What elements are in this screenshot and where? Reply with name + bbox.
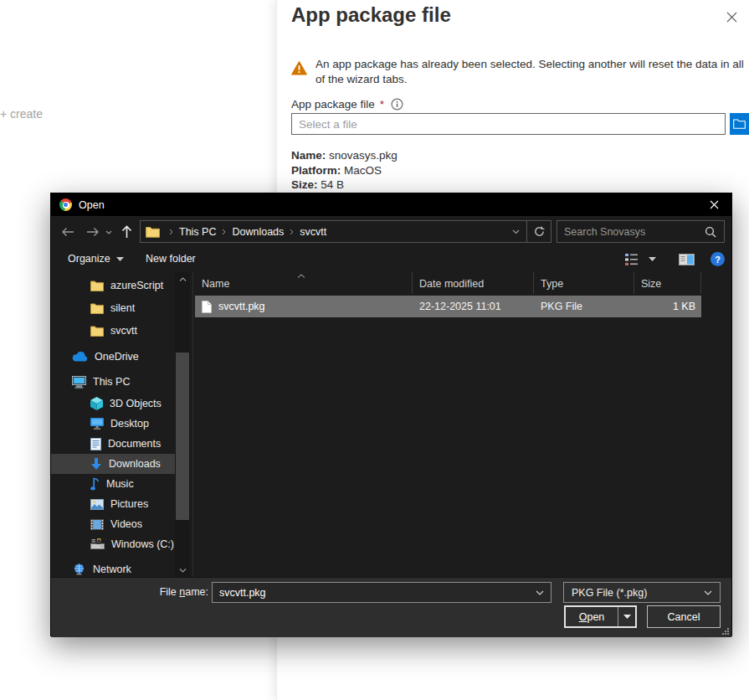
breadcrumb-downloads[interactable]: Downloads [232, 226, 284, 238]
sidebar-item-silent[interactable]: silent [51, 298, 175, 318]
browse-file-button[interactable] [730, 113, 749, 135]
views-icon [625, 254, 639, 265]
3d-objects-icon [90, 397, 103, 410]
dialog-footer: File name: PKG File (*.pkg) Open Cancel [51, 577, 731, 637]
open-dropdown-button[interactable] [618, 607, 635, 626]
detail-name: Name: snovasys.pkg [291, 148, 398, 163]
column-header-name[interactable]: Name [195, 272, 413, 294]
sidebar-item-videos[interactable]: Videos [51, 514, 175, 534]
sidebar-item-label: Desktop [110, 418, 149, 430]
sidebar-item-music[interactable]: Music [51, 474, 175, 494]
dialog-close-button[interactable] [696, 193, 731, 216]
help-button[interactable]: ? [711, 252, 725, 266]
arrow-left-icon [61, 227, 74, 237]
dialog-toolbar: Organize New folder ? [51, 247, 731, 272]
file-name-label-pre: File [160, 586, 180, 598]
file-name-label: File name: [131, 586, 208, 598]
file-type-cell: PKG File [534, 301, 634, 312]
preview-pane-button[interactable] [679, 254, 695, 265]
sidebar-item-azurescript[interactable]: azureScript [51, 275, 175, 296]
sidebar-item-downloads[interactable]: Downloads [51, 454, 175, 474]
resize-grip[interactable] [721, 627, 729, 635]
sidebar-item-svcvtt[interactable]: svcvtt [51, 321, 175, 341]
new-folder-button[interactable]: New folder [146, 253, 196, 265]
sidebar-tree: azureScript silent svcvtt OneDrive This … [51, 272, 192, 577]
sidebar-item-desktop[interactable]: Desktop [51, 414, 175, 434]
sidebar-item-documents[interactable]: Documents [51, 434, 175, 454]
up-button[interactable] [116, 223, 136, 241]
page-title: App package file [291, 3, 451, 27]
dialog-navbar: This PC Downloads svcvtt [51, 216, 731, 247]
package-details: Name: snovasys.pkg Platform: MacOS Size:… [291, 148, 398, 193]
chevron-down-icon [116, 257, 124, 261]
open-button[interactable]: Open [564, 605, 637, 628]
detail-name-value: snovasys.pkg [329, 149, 398, 162]
create-link[interactable]: + create [0, 107, 43, 121]
dialog-title: Open [79, 199, 105, 211]
column-header-type[interactable]: Type [534, 272, 634, 294]
sidebar-item-windows-c[interactable]: Windows (C:) [51, 534, 175, 554]
warning-icon [291, 59, 307, 77]
views-dropdown-button[interactable] [649, 257, 656, 261]
sidebar-item-this-pc[interactable]: This PC [51, 372, 175, 392]
detail-platform: Platform: MacOS [291, 163, 398, 178]
detail-platform-label: Platform: [291, 164, 341, 177]
sidebar-scrollbar[interactable] [175, 272, 190, 577]
forward-button[interactable] [83, 223, 103, 241]
refresh-button[interactable] [526, 220, 551, 243]
back-button[interactable] [58, 223, 78, 241]
file-name-label-post: ame: [185, 586, 208, 598]
info-icon[interactable] [391, 98, 403, 111]
file-list-header: Name Date modified Type Size [195, 272, 733, 294]
breadcrumb-svcvtt[interactable]: svcvtt [300, 226, 326, 238]
scroll-up-button[interactable] [175, 272, 190, 286]
sidebar-item-pictures[interactable]: Pictures [51, 494, 175, 514]
drive-icon [90, 538, 105, 550]
recent-locations-button[interactable] [103, 223, 115, 241]
search-input[interactable] [557, 226, 705, 238]
file-name-text: svcvtt.pkg [218, 301, 265, 312]
dialog-titlebar[interactable]: Open [51, 193, 731, 216]
sidebar-item-3d-objects[interactable]: 3D Objects [51, 394, 175, 414]
open-file-dialog: Open This PC Downloads svcvtt [50, 193, 732, 636]
app-package-file-input[interactable] [291, 113, 726, 135]
breadcrumb-this-pc[interactable]: This PC [179, 226, 216, 238]
address-bar[interactable]: This PC Downloads svcvtt [140, 220, 527, 243]
file-name-input[interactable] [213, 587, 536, 599]
file-row-svcvtt-pkg[interactable]: svcvtt.pkg 22-12-2025 11:01 PKG File 1 K… [195, 296, 701, 317]
scroll-down-button[interactable] [175, 564, 190, 577]
folder-icon [90, 303, 104, 314]
column-header-size[interactable]: Size [634, 272, 701, 294]
search-icon[interactable] [705, 226, 716, 238]
column-header-date-modified[interactable]: Date modified [413, 272, 534, 294]
sidebar-item-label: Windows (C:) [111, 538, 174, 550]
chevron-down-icon [649, 257, 656, 261]
preview-pane-icon [679, 254, 695, 265]
detail-size: Size: 54 B [291, 178, 398, 193]
chevron-right-icon [222, 229, 226, 235]
file-type-select[interactable]: PKG File (*.pkg) [563, 582, 721, 603]
organize-button[interactable]: Organize [68, 253, 124, 265]
help-icon: ? [711, 252, 725, 266]
arrow-right-icon [86, 227, 100, 237]
address-dropdown-button[interactable] [505, 229, 526, 234]
sidebar-item-label: OneDrive [95, 351, 139, 363]
views-button[interactable] [625, 254, 639, 265]
open-button-label[interactable]: Open [566, 607, 618, 626]
desktop-icon [90, 418, 104, 430]
chevron-down-icon [105, 230, 112, 234]
detail-size-label: Size: [291, 178, 318, 191]
scrollbar-thumb[interactable] [176, 353, 189, 520]
warning-banner: An app package has already been selected… [291, 57, 747, 87]
sidebar-item-label: Music [106, 478, 134, 490]
sidebar-divider [192, 272, 193, 577]
cancel-button[interactable]: Cancel [647, 605, 721, 628]
panel-close-button[interactable] [724, 9, 739, 24]
chevron-down-icon[interactable] [536, 590, 544, 595]
sidebar-item-onedrive[interactable]: OneDrive [51, 347, 175, 367]
chevron-down-icon [512, 229, 520, 234]
documents-icon [90, 438, 101, 450]
onedrive-icon [72, 352, 88, 362]
file-date-cell: 22-12-2025 11:01 [413, 301, 534, 312]
chrome-icon [59, 198, 72, 211]
